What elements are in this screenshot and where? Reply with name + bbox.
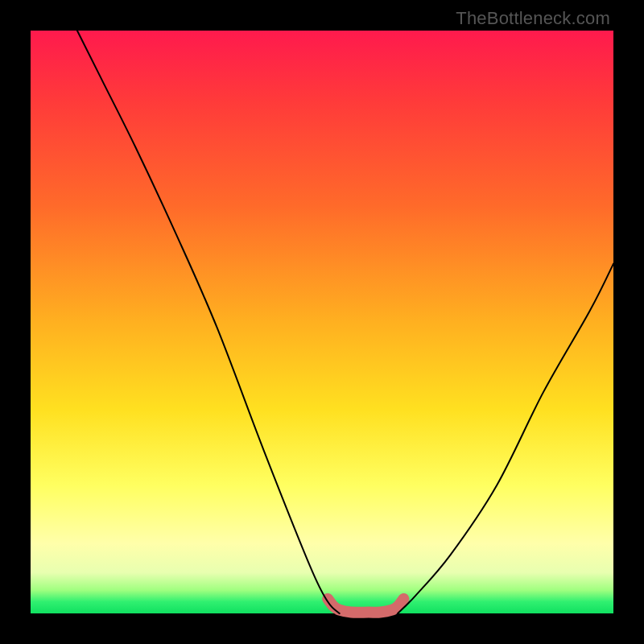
chart-frame: TheBottleneck.com: [0, 0, 644, 644]
chart-svg: [31, 31, 613, 613]
bottom-basin-curve: [328, 599, 403, 613]
right-curve: [398, 264, 613, 613]
plot-area: [31, 31, 613, 613]
watermark-text: TheBottleneck.com: [456, 8, 610, 29]
left-curve: [77, 31, 340, 613]
